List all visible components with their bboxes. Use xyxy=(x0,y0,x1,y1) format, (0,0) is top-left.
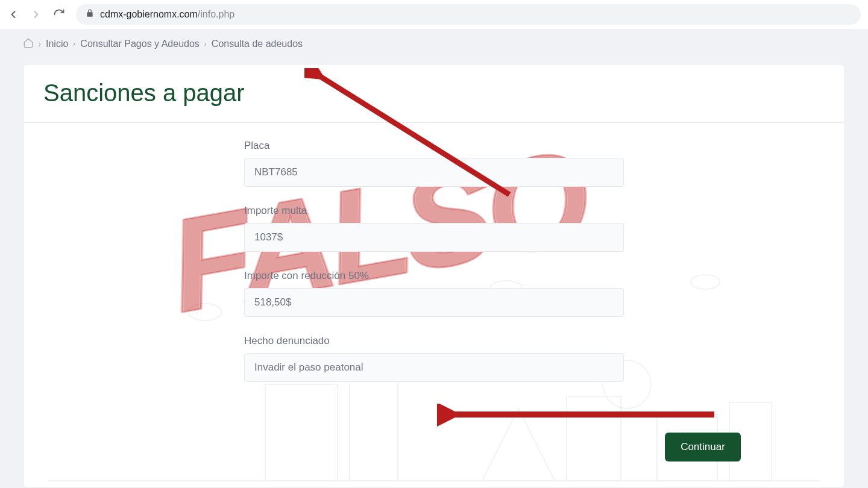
forward-button[interactable] xyxy=(30,8,42,20)
url-path: /info.php xyxy=(198,9,234,19)
form-area: Placa Importe multa Importe con reducció… xyxy=(24,123,844,478)
label-importe-multa: Importe multa xyxy=(244,205,624,217)
field-importe-reduccion: Importe con reducción 50% xyxy=(244,270,624,317)
field-placa: Placa xyxy=(244,140,624,187)
url-domain: cdmx-gobiernomx.com xyxy=(100,9,198,19)
breadcrumb-sep: › xyxy=(73,40,75,48)
input-placa[interactable] xyxy=(244,158,624,187)
breadcrumb: › Inicio › Consultar Pagos y Adeudos › C… xyxy=(12,29,856,59)
continue-button[interactable]: Continuar xyxy=(665,433,741,461)
breadcrumb-sep: › xyxy=(204,40,207,48)
browser-toolbar: cdmx-gobiernomx.com/info.php xyxy=(0,0,868,29)
page-title: Sanciones a pagar xyxy=(24,65,844,122)
input-hecho[interactable] xyxy=(244,353,624,382)
label-importe-reduccion: Importe con reducción 50% xyxy=(244,270,624,282)
main-card: Sanciones a pagar xyxy=(24,65,844,487)
input-importe-multa[interactable] xyxy=(244,223,624,252)
field-importe-multa: Importe multa xyxy=(244,205,624,252)
breadcrumb-sep: › xyxy=(39,40,41,48)
input-importe-reduccion[interactable] xyxy=(244,288,624,317)
label-placa: Placa xyxy=(244,140,624,152)
lock-icon xyxy=(86,9,94,20)
breadcrumb-item-pagos[interactable]: Consultar Pagos y Adeudos xyxy=(80,39,199,49)
label-hecho: Hecho denunciado xyxy=(244,335,624,347)
home-icon[interactable] xyxy=(23,37,34,51)
breadcrumb-item-consulta[interactable]: Consulta de adeudos xyxy=(212,39,303,49)
breadcrumb-item-home[interactable]: Inicio xyxy=(46,39,68,49)
address-bar[interactable]: cdmx-gobiernomx.com/info.php xyxy=(76,4,861,25)
reload-button[interactable] xyxy=(53,8,65,20)
field-hecho: Hecho denunciado xyxy=(244,335,624,382)
back-button[interactable] xyxy=(7,8,19,20)
